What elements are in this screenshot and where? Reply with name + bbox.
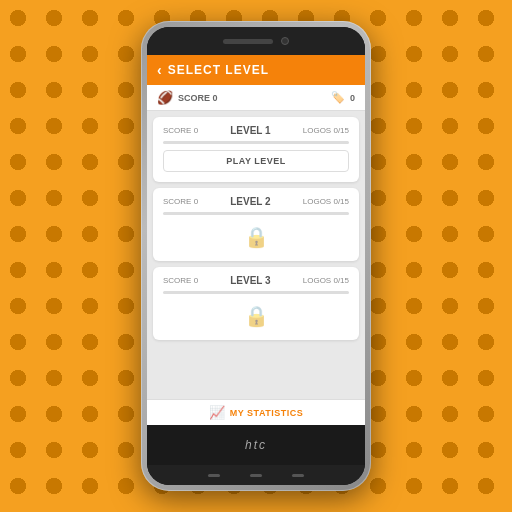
coins-value: 0 <box>350 93 355 103</box>
page-title: SELECT LEVEL <box>168 63 355 77</box>
level-2-progress-bg <box>163 212 349 215</box>
coins-icon: 🏷️ <box>331 91 345 104</box>
phone-top-bar <box>147 27 365 55</box>
phone-nav-bar <box>147 465 365 485</box>
score-display: 🏈 SCORE 0 <box>157 90 218 105</box>
levels-list: SCORE 0 LEVEL 1 LOGOS 0/15 PLAY LEVEL SC… <box>147 111 365 399</box>
level-2-title: LEVEL 2 <box>198 196 303 207</box>
level-3-logos: LOGOS 0/15 <box>303 276 349 285</box>
nav-menu <box>292 474 304 477</box>
level-card-3: SCORE 0 LEVEL 3 LOGOS 0/15 🔒 <box>153 267 359 340</box>
play-level-button[interactable]: PLAY LEVEL <box>163 150 349 172</box>
level-3-score: SCORE 0 <box>163 276 198 285</box>
level-card-2: SCORE 0 LEVEL 2 LOGOS 0/15 🔒 <box>153 188 359 261</box>
brand-logo: htc <box>245 438 267 452</box>
phone-device: ‹ SELECT LEVEL 🏈 SCORE 0 🏷️ 0 <box>141 21 371 491</box>
level-2-logos: LOGOS 0/15 <box>303 197 349 206</box>
phone-screen-area: ‹ SELECT LEVEL 🏈 SCORE 0 🏷️ 0 <box>147 27 365 485</box>
level-card-1: SCORE 0 LEVEL 1 LOGOS 0/15 PLAY LEVEL <box>153 117 359 182</box>
back-button[interactable]: ‹ <box>157 62 162 78</box>
phone-bottom-bar: htc <box>147 425 365 465</box>
score-bar: 🏈 SCORE 0 🏷️ 0 <box>147 85 365 111</box>
stats-label: MY STATISTICS <box>230 408 304 418</box>
level-1-progress-bg <box>163 141 349 144</box>
screen: ‹ SELECT LEVEL 🏈 SCORE 0 🏷️ 0 <box>147 55 365 425</box>
nav-back <box>208 474 220 477</box>
football-icon: 🏈 <box>157 90 173 105</box>
level-1-score: SCORE 0 <box>163 126 198 135</box>
level-2-score: SCORE 0 <box>163 197 198 206</box>
stats-icon: 📈 <box>209 405 225 420</box>
phone-speaker <box>223 39 273 44</box>
level-2-header: SCORE 0 LEVEL 2 LOGOS 0/15 <box>163 196 349 207</box>
coins-display: 🏷️ 0 <box>331 91 355 104</box>
level-1-header: SCORE 0 LEVEL 1 LOGOS 0/15 <box>163 125 349 136</box>
level-3-title: LEVEL 3 <box>198 275 303 286</box>
stats-bar[interactable]: 📈 MY STATISTICS <box>147 399 365 425</box>
level-3-lock-icon: 🔒 <box>163 300 349 332</box>
level-1-logos: LOGOS 0/15 <box>303 126 349 135</box>
phone-camera <box>281 37 289 45</box>
score-value: SCORE 0 <box>178 93 218 103</box>
level-1-title: LEVEL 1 <box>198 125 303 136</box>
level-3-header: SCORE 0 LEVEL 3 LOGOS 0/15 <box>163 275 349 286</box>
app-header: ‹ SELECT LEVEL <box>147 55 365 85</box>
nav-home <box>250 474 262 477</box>
level-2-lock-icon: 🔒 <box>163 221 349 253</box>
level-3-progress-bg <box>163 291 349 294</box>
